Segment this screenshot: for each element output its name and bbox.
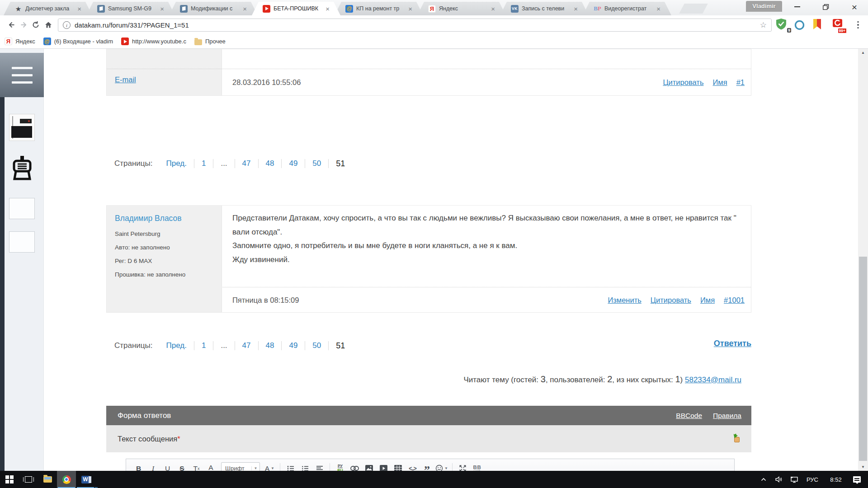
file-explorer-button[interactable] — [38, 471, 57, 488]
post-text-line: Представители Датакам, хочу спросить, а … — [232, 211, 742, 239]
forward-icon[interactable] — [18, 19, 30, 31]
chrome-taskbar-button[interactable] — [57, 471, 76, 488]
start-button[interactable] — [0, 471, 19, 488]
page-scrollbar[interactable]: ▲ ▼ — [858, 49, 868, 471]
tab-close-icon[interactable]: × — [656, 5, 660, 12]
quote-link[interactable]: Цитировать — [651, 296, 691, 305]
scroll-down-arrow[interactable]: ▼ — [858, 463, 868, 471]
bookmark-youtube[interactable]: http://www.youtube.c — [121, 38, 186, 45]
url-text[interactable]: datakam.ru/forum/331/?PAGEN_1=51 — [75, 21, 760, 29]
author-email-link[interactable]: E-mail — [115, 75, 136, 84]
scroll-up-arrow[interactable]: ▲ — [858, 49, 868, 56]
author-profile-link[interactable]: Владимир Власов — [115, 214, 182, 223]
window-restore-button[interactable] — [816, 0, 836, 14]
adblock-extension-icon[interactable]: 9 — [776, 18, 789, 32]
pagination-page[interactable]: 49 — [282, 159, 305, 168]
volume-icon[interactable] — [771, 471, 787, 488]
insert-file-icon[interactable] — [732, 435, 740, 443]
tab-modifications[interactable]: Модификации с × — [169, 2, 258, 15]
extension-badge: 9 — [787, 28, 791, 33]
chrome-menu-icon[interactable] — [854, 19, 862, 30]
tab-bookmark-manager[interactable]: ★ Диспетчер закла × — [4, 2, 92, 15]
pagination-prev[interactable]: Пред. — [159, 159, 194, 168]
pagination-page[interactable]: 48 — [259, 341, 282, 350]
tab-close-icon[interactable]: × — [491, 5, 495, 12]
tab-videoregistrator[interactable]: ВР Видеорегистрат × — [583, 2, 671, 15]
tab-close-icon[interactable]: × — [243, 5, 247, 12]
post-text-line: Запомните одно, я потребитель и вы мне б… — [232, 239, 742, 253]
reply-button[interactable]: Ответить — [714, 339, 751, 348]
post-text-line: Жду извинений. — [232, 253, 742, 267]
bbcode-link[interactable]: BBCode — [676, 412, 702, 420]
reload-icon[interactable] — [30, 19, 42, 31]
window-close-button[interactable]: × — [844, 0, 864, 14]
tab-yandex[interactable]: Я Яндекс × — [417, 2, 506, 15]
word-taskbar-button[interactable]: W — [76, 471, 95, 488]
rules-link[interactable]: Правила — [713, 412, 741, 420]
back-icon[interactable] — [5, 19, 17, 31]
task-view-button[interactable] — [19, 471, 38, 488]
pagination-top: Страницы: Пред. 1 ... 47 48 49 50 51 — [106, 157, 751, 170]
pagination-page[interactable]: 1 — [194, 341, 213, 350]
bookmark-flag-extension-icon[interactable] — [813, 19, 827, 33]
quote-link[interactable]: Цитировать — [663, 78, 703, 87]
tab-close-icon[interactable]: × — [77, 5, 81, 12]
network-icon[interactable] — [787, 471, 802, 488]
pagination-page[interactable]: 50 — [305, 159, 329, 168]
pagination-prev[interactable]: Пред. — [159, 341, 194, 350]
sidebar-placeholder-image[interactable] — [9, 198, 35, 219]
tab-vk-record[interactable]: VK Запись с телеви × — [500, 2, 589, 15]
chrome-profile-badge[interactable]: Vladimir — [746, 1, 782, 12]
address-bar[interactable]: i datakam.ru/forum/331/?PAGEN_1=51 ☆ — [58, 19, 772, 32]
scrollbar-thumb[interactable] — [859, 257, 867, 461]
reader-email-link[interactable]: 582334@mail.ru — [685, 375, 741, 384]
bookmark-folder-other[interactable]: Прочее — [194, 38, 226, 45]
counter-extension-icon[interactable]: 99+ — [832, 18, 845, 32]
post-body: Представители Датакам, хочу спросить, а … — [222, 206, 751, 267]
tab-close-icon[interactable]: × — [574, 5, 578, 12]
pagination-page[interactable]: 47 — [235, 341, 259, 350]
pagination-page[interactable]: 1 — [194, 159, 213, 168]
required-asterisk: * — [177, 435, 180, 443]
tab-close-icon[interactable]: × — [160, 5, 164, 12]
tab-beta-firmware-active[interactable]: БЕТА-ПРОШИВК × — [252, 2, 340, 15]
tab-kp-remont[interactable]: @ КП на ремонт тр × — [335, 2, 423, 15]
name-link[interactable]: Имя — [700, 296, 715, 305]
bookmark-yandex[interactable]: Я Яндекс — [5, 38, 35, 45]
post-number-link[interactable]: #1 — [736, 78, 745, 87]
taskbar-clock[interactable]: 8:52 — [823, 476, 849, 483]
new-tab-button[interactable] — [679, 4, 708, 14]
post-number-link[interactable]: #1001 — [724, 296, 745, 305]
author-location: Saint Petersburg — [115, 227, 216, 241]
tab-close-icon[interactable]: × — [408, 5, 412, 12]
pagination-page[interactable]: 47 — [235, 159, 259, 168]
device-glyph-icon[interactable] — [9, 156, 35, 182]
bookmark-label: http://www.youtube.c — [132, 38, 186, 45]
bookmark-star-icon[interactable]: ☆ — [760, 20, 767, 30]
edit-link[interactable]: Изменить — [608, 296, 641, 305]
tab-title: Samsung SM-G9 — [108, 5, 157, 12]
pagination-page[interactable]: 49 — [282, 341, 305, 350]
name-link[interactable]: Имя — [713, 78, 727, 87]
browser-toolbar: i datakam.ru/forum/331/?PAGEN_1=51 ☆ 9 9… — [0, 15, 868, 34]
system-tray: РУС 8:52 — [756, 471, 864, 488]
page-info-icon[interactable]: i — [63, 21, 71, 29]
hamburger-menu-icon[interactable] — [0, 53, 44, 97]
windows-taskbar: W РУС 8:52 — [0, 471, 868, 488]
ring-extension-icon[interactable] — [794, 19, 807, 33]
sidebar-placeholder-image[interactable] — [9, 231, 35, 253]
tab-close-icon[interactable]: × — [326, 5, 330, 12]
extension-badge: 99+ — [838, 28, 847, 34]
window-minimize-button[interactable] — [787, 0, 807, 14]
pagination-page[interactable]: 50 — [305, 341, 329, 350]
post-partial: E-mail 28.03.2016 10:55:06 Цитировать Им… — [106, 49, 751, 96]
home-icon[interactable] — [42, 19, 54, 31]
bookmark-mail-inbox[interactable]: @ (6) Входящие - vladim — [43, 38, 113, 45]
show-hidden-icons-chevron[interactable] — [756, 471, 771, 488]
action-center-icon[interactable] — [849, 471, 864, 488]
pagination-page[interactable]: 48 — [259, 159, 282, 168]
language-indicator[interactable]: РУС — [802, 476, 823, 483]
tab-samsung[interactable]: Samsung SM-G9 × — [86, 2, 175, 15]
pagination-label: Страницы: — [114, 159, 153, 168]
product-photo-thumbnail[interactable] — [9, 114, 35, 141]
